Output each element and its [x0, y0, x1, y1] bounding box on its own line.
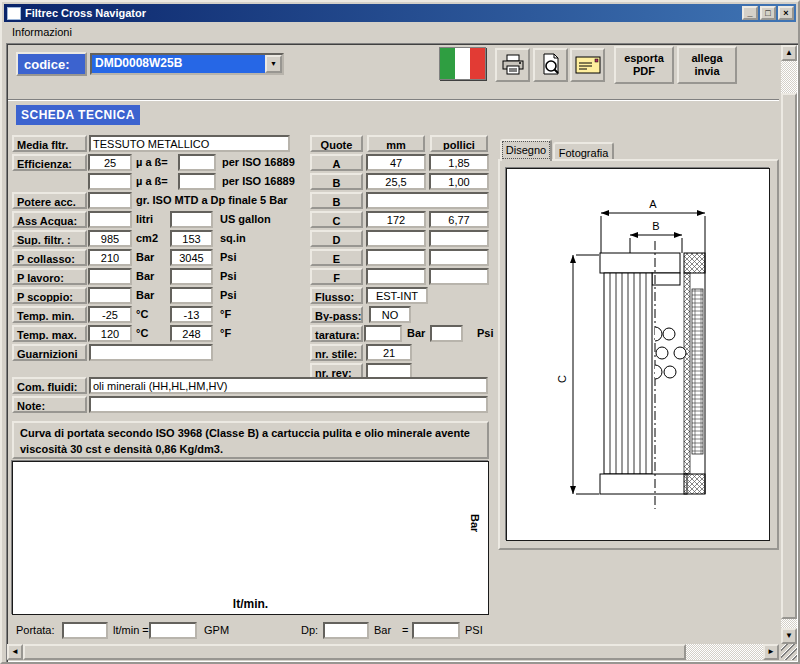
- allega-invia-button[interactable]: allega invia: [677, 46, 737, 84]
- resize-grip[interactable]: [781, 644, 797, 660]
- minimize-button[interactable]: _: [742, 6, 758, 20]
- quote-b-pollici-field[interactable]: 1,00: [429, 173, 489, 190]
- efficienza-micron-field[interactable]: 25: [88, 154, 132, 171]
- maximize-button[interactable]: □: [760, 6, 776, 20]
- page-title: SCHEDA TECNICA: [16, 105, 140, 125]
- scroll-down-button[interactable]: ▼: [781, 628, 797, 644]
- preview-icon: [539, 53, 563, 77]
- ass-acqua-litri-field[interactable]: [88, 211, 132, 228]
- p-lavoro-bar-field[interactable]: [88, 268, 132, 285]
- portata-field[interactable]: [62, 622, 108, 639]
- potere-acc-field[interactable]: [88, 192, 132, 209]
- quote-row-d-label: D: [310, 230, 363, 247]
- chevron-down-icon[interactable]: ▼: [265, 55, 282, 73]
- tab-disegno[interactable]: Disegno: [500, 139, 552, 161]
- sup-filtr-unit1: cm2: [136, 230, 158, 247]
- p-lavoro-label: P lavoro:: [12, 268, 87, 285]
- quote-f-mm-field[interactable]: [366, 268, 426, 285]
- quote-e-mm-field[interactable]: [366, 249, 426, 266]
- efficienza-beta-field[interactable]: [178, 154, 216, 171]
- p-lavoro-psi-field[interactable]: [170, 268, 213, 285]
- flusso-field[interactable]: EST-INT: [366, 287, 428, 304]
- quote-row-b-label: B: [310, 173, 363, 190]
- quote-c-pollici-field[interactable]: 6,77: [429, 211, 489, 228]
- quote-row-f-label: F: [310, 268, 363, 285]
- ass-acqua-unit2: US gallon: [220, 211, 271, 228]
- quote-row-c-label: C: [310, 211, 363, 228]
- guarnizioni-label: Guarnizioni: [12, 344, 87, 361]
- quote-d-mm-field[interactable]: [366, 230, 426, 247]
- menu-item-informazioni[interactable]: Informazioni: [4, 24, 80, 40]
- scroll-up-button[interactable]: ▲: [781, 45, 797, 61]
- scroll-left-button[interactable]: ◄: [7, 644, 23, 660]
- quote-a-mm-field[interactable]: 47: [366, 154, 426, 171]
- quote-d-pollici-field[interactable]: [429, 230, 489, 247]
- efficienza2-micron-field[interactable]: [88, 173, 132, 190]
- toolbar-separator: [8, 99, 779, 101]
- temp-min-c-field[interactable]: -25: [88, 306, 132, 323]
- dp-bar-field[interactable]: [323, 622, 369, 639]
- esporta-pdf-line1: esporta: [624, 52, 664, 65]
- close-button[interactable]: ×: [778, 6, 794, 20]
- bypass-field[interactable]: NO: [369, 306, 411, 323]
- guarnizioni-field[interactable]: [89, 344, 213, 361]
- quote-a-pollici-field[interactable]: 1,85: [429, 154, 489, 171]
- taratura-psi-field[interactable]: [430, 325, 463, 342]
- flusso-label: Flusso:: [310, 287, 363, 304]
- email-button[interactable]: [570, 48, 605, 82]
- efficienza2-beta-field[interactable]: [178, 173, 216, 190]
- media-fltr-field[interactable]: TESSUTO METALLICO: [89, 135, 290, 152]
- horizontal-scroll-thumb[interactable]: [23, 644, 686, 660]
- efficienza-label: Efficienza:: [12, 154, 87, 171]
- p-collasso-unit1: Bar: [136, 249, 154, 266]
- chart-plot-area: Bar lt/min.: [12, 461, 489, 615]
- p-scoppio-psi-field[interactable]: [170, 287, 213, 304]
- ass-acqua-gallon-field[interactable]: [170, 211, 213, 228]
- p-collasso-psi-field[interactable]: 3045: [170, 249, 213, 266]
- print-button[interactable]: [495, 48, 530, 82]
- p-lavoro-unit2: Psi: [220, 268, 237, 285]
- tab-fotografia[interactable]: Fotografia: [553, 142, 614, 160]
- dim-b-label: B: [652, 220, 659, 232]
- p-scoppio-unit1: Bar: [136, 287, 154, 304]
- ass-acqua-unit1: litri: [136, 211, 153, 228]
- dp-label: Dp:: [301, 622, 318, 639]
- com-fluidi-label: Com. fluidi:: [12, 377, 87, 394]
- sup-filtr-label: Sup. filtr. :: [12, 230, 87, 247]
- preview-button[interactable]: [533, 48, 568, 82]
- codice-combobox[interactable]: DMD0008W25B ▼: [90, 53, 284, 75]
- p-scoppio-unit2: Psi: [220, 287, 237, 304]
- esporta-pdf-button[interactable]: esporta PDF: [614, 46, 674, 84]
- scroll-right-button[interactable]: ►: [763, 644, 779, 660]
- p-collasso-bar-field[interactable]: 210: [88, 249, 132, 266]
- sup-filtr-cm2-field[interactable]: 985: [88, 230, 132, 247]
- temp-min-f-field[interactable]: -13: [170, 306, 213, 323]
- quote-b-mm-field[interactable]: 25,5: [366, 173, 426, 190]
- note-field[interactable]: [89, 396, 488, 413]
- quote-c-mm-field[interactable]: 172: [366, 211, 426, 228]
- title-bar: Filtrec Cross Navigator _ □ ×: [4, 4, 796, 22]
- taratura-bar-field[interactable]: [364, 325, 402, 342]
- p-scoppio-bar-field[interactable]: [88, 287, 132, 304]
- nr-stile-field[interactable]: 21: [366, 344, 412, 361]
- window-controls: _ □ ×: [740, 6, 796, 20]
- vertical-scroll-thumb[interactable]: [781, 93, 797, 619]
- bar-label: Bar: [374, 622, 391, 639]
- temp-max-c-field[interactable]: 120: [88, 325, 132, 342]
- quote-b2-wide-field[interactable]: [366, 192, 489, 209]
- technical-drawing: A B C: [507, 169, 769, 540]
- temp-max-f-field[interactable]: 248: [170, 325, 213, 342]
- chart-ylabel: Bar: [469, 514, 481, 532]
- p-collasso-label: P collasso:: [12, 249, 87, 266]
- gpm-field[interactable]: [149, 622, 197, 639]
- chart-header: Curva di portata secondo ISO 3968 (Class…: [12, 421, 489, 459]
- sup-filtr-sqin-field[interactable]: 153: [170, 230, 213, 247]
- quote-f-pollici-field[interactable]: [429, 268, 489, 285]
- potere-acc-unit: gr. ISO MTD a Dp finale 5 Bar: [136, 192, 288, 209]
- quote-e-pollici-field[interactable]: [429, 249, 489, 266]
- dp-psi-field[interactable]: [412, 622, 460, 639]
- com-fluidi-field[interactable]: oli minerali (HH,HL,HM,HV): [89, 377, 488, 394]
- taratura-label: taratura:: [310, 325, 363, 342]
- pollici-header: pollici: [430, 135, 488, 152]
- temp-min-label: Temp. min.: [12, 306, 87, 323]
